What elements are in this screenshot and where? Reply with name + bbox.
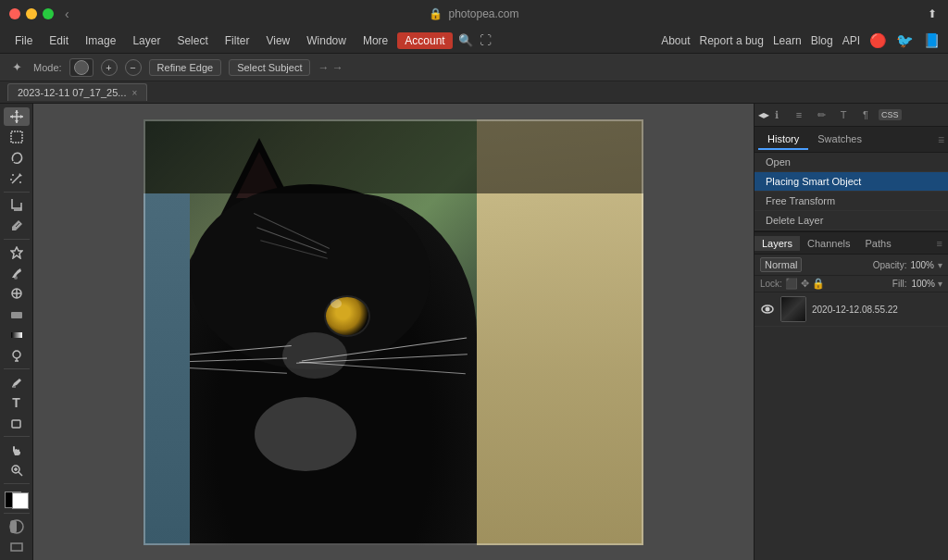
canvas[interactable]: [143, 119, 643, 545]
mode-select[interactable]: [69, 58, 94, 77]
tool-eyedropper[interactable]: [4, 217, 30, 235]
tool-heal[interactable]: [4, 243, 30, 262]
select-subject-button[interactable]: Select Subject: [229, 59, 310, 76]
info-panel-icon[interactable]: ℹ: [767, 106, 786, 124]
tool-zoom[interactable]: [4, 461, 30, 479]
refine-edge-button[interactable]: Refine Edge: [149, 59, 222, 76]
layers-tab[interactable]: Layers: [755, 236, 800, 251]
svg-rect-16: [11, 332, 22, 338]
lock-all-icon[interactable]: 🔒: [812, 278, 825, 290]
tool-clone[interactable]: [4, 284, 30, 303]
toolbar-separator-5: [4, 483, 30, 484]
tool-pen[interactable]: [4, 373, 30, 392]
tool-gradient[interactable]: [4, 325, 30, 343]
menu-view[interactable]: View: [258, 32, 297, 49]
svg-marker-0: [15, 110, 19, 113]
layer-visibility-toggle[interactable]: [760, 302, 775, 317]
tool-text[interactable]: T: [4, 393, 30, 412]
history-item-placing[interactable]: Placing Smart Object: [755, 172, 948, 192]
layers-panel: Layers Channels Paths ≡ Normal Opacity: …: [755, 230, 948, 560]
toolbar-separator-4: [4, 436, 30, 437]
reddit-icon[interactable]: 🔴: [869, 32, 887, 49]
fill-arrow[interactable]: ▾: [938, 279, 942, 289]
css-panel-icon[interactable]: CSS: [879, 109, 902, 120]
canvas-area[interactable]: [33, 104, 754, 560]
history-item-transform[interactable]: Free Transform: [755, 192, 948, 211]
mode-label: Mode:: [33, 62, 62, 73]
lock-position-icon[interactable]: ✥: [801, 278, 809, 290]
about-link[interactable]: About: [661, 34, 690, 47]
tab-close-btn[interactable]: ×: [131, 88, 137, 98]
menu-edit[interactable]: Edit: [42, 32, 76, 49]
menu-more[interactable]: More: [356, 32, 395, 49]
paths-tab[interactable]: Paths: [858, 236, 899, 251]
svg-point-8: [19, 181, 21, 183]
menu-select[interactable]: Select: [169, 32, 215, 49]
tool-crop[interactable]: [4, 196, 30, 215]
lock-label: Lock:: [760, 279, 782, 289]
share-icon[interactable]: ⬆: [928, 7, 937, 20]
twitter-icon[interactable]: 🐦: [896, 32, 914, 49]
menu-bar: File Edit Image Layer Select Filter View…: [0, 28, 948, 54]
color-swatches[interactable]: [5, 492, 29, 509]
search-icon[interactable]: 🔍: [458, 33, 473, 47]
tool-move[interactable]: [4, 107, 30, 126]
svg-marker-2: [10, 115, 13, 118]
text-panel-icon[interactable]: T: [834, 106, 853, 124]
facebook-icon[interactable]: 📘: [923, 32, 941, 49]
channels-tab[interactable]: Channels: [800, 236, 857, 251]
paragraph-panel-icon[interactable]: ¶: [856, 106, 875, 124]
opacity-arrow[interactable]: ▾: [938, 260, 942, 270]
svg-rect-21: [12, 420, 20, 428]
close-button[interactable]: [9, 8, 20, 19]
toolbar-separator-3: [4, 368, 30, 369]
menu-file[interactable]: File: [7, 32, 40, 49]
tool-options-icon[interactable]: ✦: [7, 58, 26, 77]
menu-image[interactable]: Image: [78, 32, 123, 49]
svg-point-11: [14, 276, 18, 280]
fill-value: 100%: [911, 279, 935, 289]
history-panel-close[interactable]: ≡: [938, 133, 944, 146]
report-bug-link[interactable]: Report a bug: [700, 34, 764, 47]
history-item-open[interactable]: Open: [755, 153, 948, 172]
screen-mode-btn[interactable]: [4, 538, 30, 556]
tool-lasso[interactable]: [4, 148, 30, 167]
tool-marquee[interactable]: [4, 128, 30, 146]
layers-panel-close[interactable]: ≡: [931, 238, 948, 249]
api-link[interactable]: API: [842, 34, 860, 47]
toolbar-separator-1: [4, 192, 30, 193]
swatches-tab[interactable]: Swatches: [808, 130, 871, 150]
tool-eraser[interactable]: [4, 305, 30, 323]
minimize-button[interactable]: [26, 8, 37, 19]
menu-window[interactable]: Window: [299, 32, 354, 49]
history-list-icon[interactable]: ≡: [790, 106, 808, 124]
tool-shape[interactable]: [4, 414, 30, 432]
tool-hand[interactable]: [4, 441, 30, 459]
subtract-selection-btn[interactable]: −: [125, 59, 142, 76]
menu-filter[interactable]: Filter: [218, 32, 257, 49]
traffic-lights: [9, 8, 54, 19]
history-tab[interactable]: History: [758, 130, 808, 150]
tool-dodge[interactable]: [4, 346, 30, 365]
blend-mode-select[interactable]: Normal: [760, 257, 802, 272]
fullscreen-icon[interactable]: ⛶: [480, 33, 492, 47]
blog-link[interactable]: Blog: [811, 34, 833, 47]
maximize-button[interactable]: [43, 8, 54, 19]
menu-layer[interactable]: Layer: [125, 32, 168, 49]
lock-pixels-icon[interactable]: ⬛: [785, 278, 798, 290]
add-selection-btn[interactable]: +: [101, 59, 118, 76]
pen-panel-icon[interactable]: ✏: [812, 106, 830, 124]
resize-handle[interactable]: ◂▸: [758, 108, 764, 121]
svg-rect-4: [11, 131, 22, 143]
history-item-delete[interactable]: Delete Layer: [755, 211, 948, 230]
layer-item[interactable]: 2020-12-12.08.55.22: [755, 292, 948, 327]
tool-magic-wand[interactable]: [4, 169, 30, 188]
menu-account[interactable]: Account: [397, 32, 452, 49]
canvas-tab[interactable]: 2023-12-11 07_17_25... ×: [7, 83, 147, 101]
address-bar[interactable]: 🔒 photopea.com: [429, 7, 518, 20]
quick-mask-btn[interactable]: [4, 517, 30, 536]
learn-link[interactable]: Learn: [773, 34, 802, 47]
tool-brush[interactable]: [4, 264, 30, 282]
background-color[interactable]: [12, 492, 29, 509]
back-button[interactable]: ‹: [65, 6, 69, 21]
